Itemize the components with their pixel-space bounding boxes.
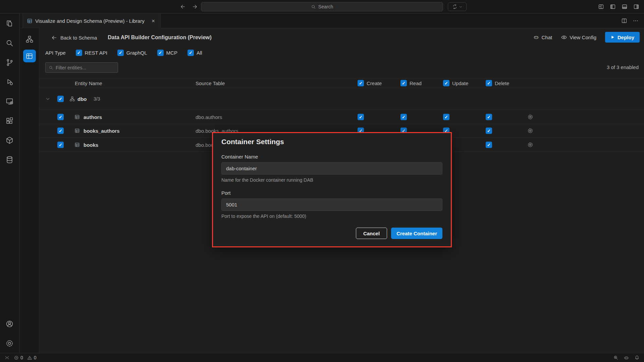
status-bar: 0 0 [0,353,644,362]
container-name-label: Container Name [221,154,442,160]
entity-filter [45,62,118,73]
enabled-summary: 3 of 3 enabled [607,64,639,70]
designer-mini-sidebar [20,28,39,353]
mcp-checkbox-group[interactable]: MCP [157,50,177,56]
layout-controls [598,0,639,13]
play-icon [610,35,615,40]
settings-gear-icon[interactable] [0,334,19,353]
back-arrow-icon[interactable] [180,4,186,10]
editor-group: Visualize and Design Schema (Preview) - … [20,14,644,353]
package-cube-icon[interactable] [0,130,19,150]
all-checkbox-group[interactable]: All [187,50,202,56]
entity-table-header: Entity Name Source Table Create Read Upd… [39,78,644,88]
error-icon [14,355,19,360]
container-name-help: Name for the Docker container running DA… [221,177,442,183]
table-icon [74,128,80,133]
graphql-checkbox[interactable] [117,50,124,56]
row-settings-gear-icon[interactable] [527,128,533,134]
warning-count: 0 [34,355,37,360]
entity-filter-input[interactable] [56,65,115,70]
port-input[interactable] [221,198,442,211]
error-count: 0 [20,355,23,360]
history-nav [180,0,198,13]
delete-checkbox[interactable] [486,114,492,120]
schema-hierarchy-icon[interactable] [23,33,36,46]
port-label: Port [221,190,442,196]
view-config-label: View Config [570,35,596,40]
activity-bar [0,14,19,353]
explorer-icon[interactable] [0,14,19,33]
entity-name: books [84,142,98,147]
expand-chevron-icon[interactable] [45,97,50,102]
group-count: 3/3 [94,96,100,102]
delete-all-checkbox[interactable] [486,80,492,86]
row-checkbox[interactable] [57,141,64,148]
dab-config-icon[interactable] [23,50,36,62]
schema-icon [69,96,75,102]
zoom-icon[interactable] [613,355,619,360]
copilot-status-icon[interactable] [624,355,629,361]
cancel-button[interactable]: Cancel [356,228,387,239]
delete-checkbox[interactable] [486,141,492,148]
row-checkbox[interactable] [57,114,64,120]
search-sidebar-icon[interactable] [0,33,19,53]
row-settings-gear-icon[interactable] [527,142,533,148]
tab-bar: Visualize and Design Schema (Preview) - … [20,14,644,28]
page-actions: Chat View Config Deploy [533,32,640,43]
more-actions-icon[interactable] [633,18,639,24]
tab-close-icon[interactable]: × [150,18,156,24]
remote-indicator-icon[interactable] [4,355,10,360]
create-checkbox[interactable] [358,114,364,120]
toggle-panel-icon[interactable] [622,4,628,10]
chevron-down-icon [459,5,463,9]
editor-actions [621,14,644,28]
all-checkbox[interactable] [187,50,194,56]
customize-layout-icon[interactable] [598,4,604,10]
extensions-icon[interactable] [0,111,19,130]
database-icon[interactable] [0,150,19,169]
tab-schema-designer[interactable]: Visualize and Design Schema (Preview) - … [22,14,161,28]
back-label: Back to Schema [60,35,97,41]
delete-checkbox[interactable] [486,128,492,134]
account-icon[interactable] [0,314,19,334]
chat-button[interactable]: Chat [533,34,552,41]
entity-name: authors [84,114,102,120]
row-checkbox[interactable] [57,128,64,134]
toggle-secondary-sidebar-icon[interactable] [633,4,639,10]
vscode-window: Search Visualize and Design Schema [0,0,644,362]
create-container-button[interactable]: Create Container [391,228,442,239]
container-name-input[interactable] [221,162,442,175]
group-checkbox[interactable] [57,96,64,102]
back-to-schema-link[interactable]: Back to Schema [51,35,97,41]
errors-status[interactable]: 0 [14,355,23,360]
toggle-sidebar-icon[interactable] [610,4,616,10]
update-all-checkbox[interactable] [443,80,449,86]
mcp-checkbox[interactable] [157,50,164,56]
warnings-status[interactable]: 0 [27,355,37,360]
forward-arrow-icon[interactable] [192,4,198,10]
rest-api-checkbox[interactable] [76,50,82,56]
run-debug-icon[interactable] [0,72,19,92]
header-create: Create [358,80,382,86]
read-checkbox[interactable] [400,114,407,120]
create-all-checkbox[interactable] [358,80,364,86]
source-table: dbo.authors [196,114,222,120]
view-config-button[interactable]: View Config [561,34,596,41]
row-settings-gear-icon[interactable] [527,114,533,120]
header-update: Update [443,80,468,86]
remote-window-icon[interactable] [0,92,19,111]
container-settings-dialog: Container Settings Container Name Name f… [212,132,452,247]
command-center-search[interactable]: Search [201,2,443,11]
read-all-checkbox[interactable] [400,80,407,86]
graphql-checkbox-group[interactable]: GraphQL [117,50,147,56]
split-editor-icon[interactable] [621,18,627,24]
session-dropdown-button[interactable] [448,2,467,11]
mcp-label: MCP [166,50,177,56]
update-checkbox[interactable] [443,114,449,120]
header-delete: Delete [486,80,509,86]
source-control-icon[interactable] [0,53,19,72]
deploy-label: Deploy [618,35,634,40]
bell-icon[interactable] [634,355,640,360]
rest-api-checkbox-group[interactable]: REST API [76,50,107,56]
deploy-button[interactable]: Deploy [605,32,640,43]
